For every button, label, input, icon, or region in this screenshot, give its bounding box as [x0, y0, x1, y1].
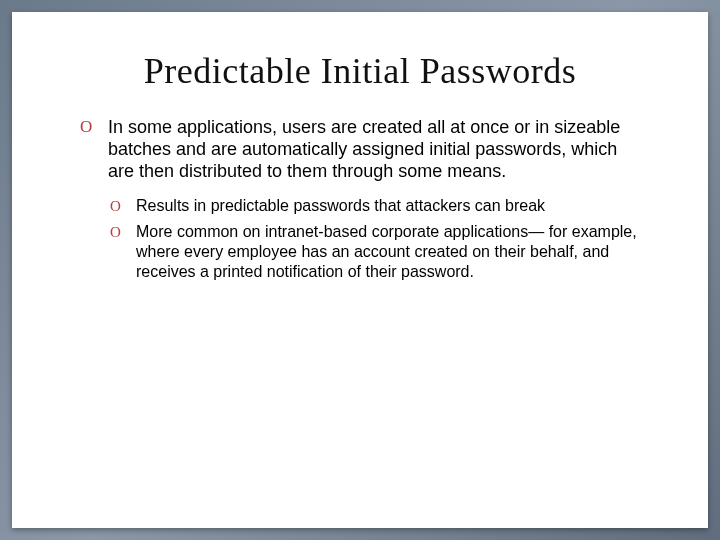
bullet-marker-icon: O [110, 196, 136, 216]
bullet-marker-icon: O [80, 116, 108, 182]
slide-title: Predictable Initial Passwords [60, 50, 660, 92]
bullet-marker-icon: O [110, 222, 136, 282]
sub-bullet: O More common on intranet-based corporat… [110, 222, 640, 282]
main-bullet: O In some applications, users are create… [80, 116, 640, 182]
sub-bullet-list: O Results in predictable passwords that … [110, 196, 640, 282]
main-bullet-text: In some applications, users are created … [108, 116, 640, 182]
sub-bullet: O Results in predictable passwords that … [110, 196, 640, 216]
sub-bullet-text: More common on intranet-based corporate … [136, 222, 640, 282]
sub-bullet-text: Results in predictable passwords that at… [136, 196, 545, 216]
slide-card: Predictable Initial Passwords O In some … [12, 12, 708, 528]
